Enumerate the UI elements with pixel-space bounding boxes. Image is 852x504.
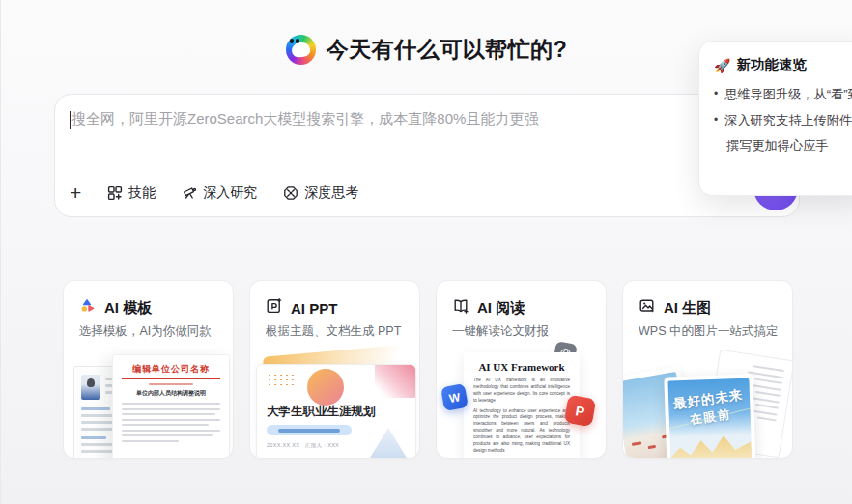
word-app-icon: W — [440, 383, 469, 411]
whats-new-list: 思维导图升级，从“看”到 深入研究支持上传附件， 撰写更加得心应手 — [714, 85, 852, 154]
card-title: AI 生图 — [664, 299, 711, 318]
card-subtitle: 选择模板，AI为你做同款 — [79, 323, 212, 340]
deep-think-button[interactable]: 深度思考 — [283, 184, 358, 202]
template-thumbnail: 编辑单位公司名称 单位内部人员结构调整说明 — [64, 343, 233, 458]
deep-research-button[interactable]: 深入研究 — [182, 184, 257, 202]
paper-paragraph: AI technology to enhance user experience… — [473, 408, 570, 455]
slide-badge — [267, 425, 352, 435]
page-title: 今天有什么可以帮忙的? — [327, 35, 568, 65]
card-ai-image[interactable]: AI 生图 WPS 中的图片一站式搞定 — [622, 280, 793, 459]
atom-icon — [283, 185, 298, 201]
document-subtitle: 单位内部人员结构调整说明 — [122, 389, 220, 398]
telescope-icon — [182, 185, 197, 201]
whats-new-item: 深入研究支持上传附件， — [714, 111, 852, 130]
paper-title: AI UX Framework — [473, 361, 570, 373]
reading-thumbnail: AI UX Framework The AI UX framework is a… — [437, 343, 606, 458]
skills-button[interactable]: 技能 — [107, 184, 156, 202]
ppt-thumbnail: 大学生职业生涯规划 20XX.XX.XX 汇报人：XXX — [250, 343, 419, 458]
attach-button[interactable]: + — [70, 182, 81, 203]
rocket-icon: 🚀 — [714, 58, 730, 73]
card-header: AI 阅读 — [452, 297, 525, 319]
templates-icon — [79, 297, 97, 319]
plus-icon: + — [70, 182, 81, 203]
card-ai-template[interactable]: AI 模板 选择模板，AI为你做同款 编辑单位公司名称 单位内部 — [63, 280, 234, 459]
whats-new-item-continued: 撰写更加得心应手 — [726, 138, 852, 154]
whats-new-panel: 🚀 新功能速览 思维导图升级，从“看”到 深入研究支持上传附件， 撰写更加得心应… — [698, 41, 852, 196]
card-title: AI 模板 — [104, 299, 152, 318]
skills-grid-icon — [107, 185, 123, 201]
card-ai-reading[interactable]: AI 阅读 一键解读论文财报 AI UX Framework The AI UX… — [436, 280, 607, 459]
document-title: 编辑单位公司名称 — [122, 363, 220, 376]
card-header: AI PPT — [266, 297, 337, 319]
prompt-input[interactable] — [55, 95, 799, 170]
whats-new-item: 思维导图升级，从“看”到 — [714, 85, 852, 104]
card-title: AI PPT — [291, 300, 337, 317]
pdf-app-icon: P — [564, 395, 597, 428]
book-plus-icon — [452, 297, 469, 319]
composer-box: + 技能 — [54, 94, 800, 217]
card-subtitle: 根据主题、文档生成 PPT — [266, 323, 401, 340]
text-caret — [70, 111, 71, 129]
card-header: AI 生图 — [639, 297, 711, 319]
composer-toolbar: + 技能 — [70, 182, 358, 203]
paper-paragraph: The AI UX framework is an innovative met… — [473, 378, 570, 405]
image-caption: 最好的未来 在眼前 — [667, 385, 752, 431]
assistant-logo-icon — [286, 35, 316, 65]
slide-title: 大学生职业生涯规划 — [267, 404, 376, 420]
generated-image-preview: 最好的未来 在眼前 — [664, 374, 755, 459]
ppt-plus-icon — [266, 297, 283, 319]
card-header: AI 模板 — [79, 297, 152, 319]
image-sparkle-icon — [639, 297, 656, 319]
whats-new-title: 新功能速览 — [736, 56, 807, 74]
image-gen-thumbnail: 最好的未来 在眼前 — [623, 343, 792, 458]
document-preview: 编辑单位公司名称 单位内部人员结构调整说明 — [112, 354, 230, 459]
resume-photo — [81, 375, 100, 400]
deep-think-label: 深度思考 — [304, 184, 358, 202]
card-subtitle: 一键解读论文财报 — [452, 323, 549, 340]
paper-preview: AI UX Framework The AI UX framework is a… — [464, 352, 580, 459]
whats-new-header: 🚀 新功能速览 — [714, 56, 852, 74]
slide-footer: 20XX.XX.XX 汇报人：XXX — [267, 442, 339, 449]
card-title: AI 阅读 — [477, 299, 525, 318]
slide-front: 大学生职业生涯规划 20XX.XX.XX 汇报人：XXX — [256, 364, 416, 459]
deep-research-label: 深入研究 — [203, 184, 257, 202]
app: 今天有什么可以帮忙的? + 技能 — [0, 0, 852, 504]
card-ai-ppt[interactable]: AI PPT 根据主题、文档生成 PPT 大学生职业生涯规划 20XX.XX.X… — [249, 280, 420, 459]
card-subtitle: WPS 中的图片一站式搞定 — [639, 323, 778, 340]
skills-label: 技能 — [128, 184, 156, 202]
